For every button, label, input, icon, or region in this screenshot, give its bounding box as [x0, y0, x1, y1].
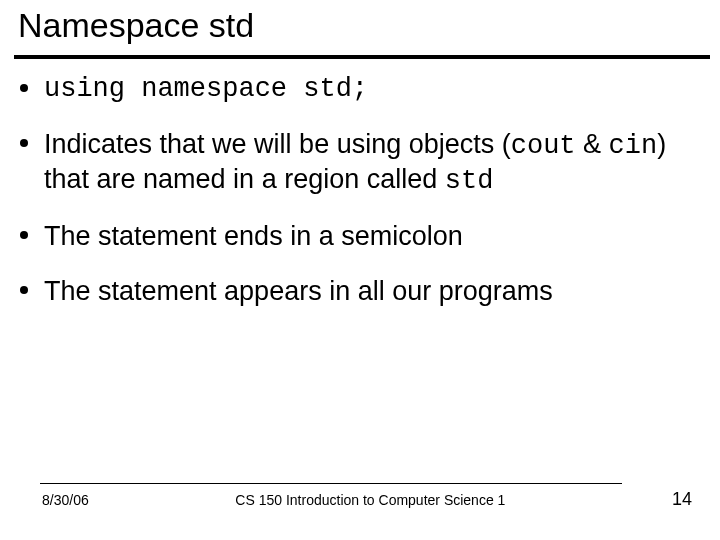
bullet-1: using namespace std;: [44, 73, 700, 106]
code-cout: cout: [511, 131, 576, 161]
title-underline: [14, 55, 710, 59]
footer-rule: [40, 483, 622, 484]
code-std: std: [445, 166, 494, 196]
bullet-dot: [20, 139, 28, 147]
footer-date: 8/30/06: [42, 492, 89, 508]
slide-title: Namespace std: [18, 6, 710, 45]
bullet-dot: [20, 286, 28, 294]
bullet-dot: [20, 84, 28, 92]
footer: 8/30/06 CS 150 Introduction to Computer …: [0, 489, 720, 510]
bullet-2-text-a: Indicates that we will be using objects …: [44, 129, 511, 159]
footer-course: CS 150 Introduction to Computer Science …: [89, 492, 652, 508]
bullet-2: Indicates that we will be using objects …: [44, 128, 700, 198]
bullet-1-text: using namespace std;: [44, 74, 368, 104]
bullet-4: The statement appears in all our program…: [44, 275, 700, 308]
bullet-3: The statement ends in a semicolon: [44, 220, 700, 253]
content-area: using namespace std; Indicates that we w…: [0, 73, 720, 308]
bullet-2-amp: &: [576, 129, 609, 159]
bullet-4-text: The statement appears in all our program…: [44, 276, 553, 306]
code-cin: cin: [609, 131, 658, 161]
footer-page: 14: [652, 489, 692, 510]
bullet-3-text: The statement ends in a semicolon: [44, 221, 463, 251]
bullet-dot: [20, 231, 28, 239]
